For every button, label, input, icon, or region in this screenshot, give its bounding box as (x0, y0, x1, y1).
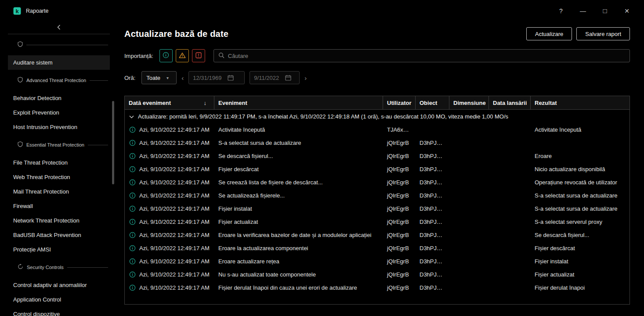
column-header[interactable]: Eveniment (214, 96, 383, 109)
critical-square-icon (195, 52, 202, 60)
column-header-label: Rezultat (535, 100, 557, 106)
cell-date: Azi, 9/10/2022 12:49:17 AM (139, 284, 210, 291)
date-from-value: 12/31/1969 (193, 75, 221, 81)
cell-event: Fișier instalat (214, 205, 383, 212)
column-header-label: Dimensiune (453, 100, 486, 106)
info-circle-icon (129, 258, 136, 265)
severity-warning-toggle[interactable] (176, 49, 189, 62)
cell-object: D3hPJQ4H (416, 153, 449, 159)
table-row[interactable]: Azi, 9/10/2022 12:49:17 AM S-a selectat … (125, 136, 630, 149)
cell-user: jQIrEgrB (383, 258, 416, 265)
column-header[interactable]: Dimensiune (449, 96, 489, 109)
maximize-button[interactable]: □ (601, 7, 609, 15)
cell-date: Azi, 9/10/2022 12:49:17 AM (139, 219, 210, 225)
sidebar-item[interactable]: BadUSB Attack Prevention (8, 228, 110, 242)
sidebar-scrollbar[interactable] (112, 22, 114, 316)
scrollbar-thumb[interactable] (112, 101, 114, 184)
prev-period-button[interactable]: ‹ (177, 74, 188, 82)
cell-date: Azi, 9/10/2022 12:49:17 AM (139, 126, 210, 133)
sidebar-item[interactable]: File Threat Protection (8, 155, 110, 170)
cell-date: Azi, 9/10/2022 12:49:17 AM (139, 205, 210, 212)
cell-date: Azi, 9/10/2022 12:49:17 AM (139, 245, 210, 251)
table-row[interactable]: Azi, 9/10/2022 12:49:17 AM Fișier actual… (125, 215, 630, 228)
column-header[interactable]: Obiect (416, 96, 449, 109)
cell-user: jQIrEgrB (383, 205, 416, 212)
sidebar-section: Security Controls (8, 257, 110, 278)
search-input[interactable] (228, 53, 625, 59)
cell-user: jQIrEgrB (383, 232, 416, 238)
sidebar-item[interactable]: Host Intrusion Prevention (8, 120, 110, 134)
info-circle-icon (129, 179, 136, 186)
help-button[interactable]: ? (557, 7, 565, 15)
info-circle-icon (129, 126, 136, 133)
table-body: Azi, 9/10/2022 12:49:17 AM Activitate în… (125, 123, 630, 294)
date-to-field[interactable]: 9/11/2022 (250, 71, 300, 84)
time-label: Oră: (124, 75, 135, 81)
table-row[interactable]: Azi, 9/10/2022 12:49:17 AM Se actualizea… (125, 189, 630, 202)
app-window: k Rapoarte ? — □ ✕ Auditare sistem (0, 0, 644, 316)
sidebar-item[interactable]: Application Control (8, 292, 110, 307)
app-body: Auditare sistem Advanced Threat Protecti… (0, 22, 644, 316)
header-actions: Actualizare Salvare raport (526, 27, 630, 40)
window-controls: ? — □ ✕ (557, 7, 631, 15)
info-circle-icon (129, 153, 136, 159)
table-row[interactable]: Azi, 9/10/2022 12:49:17 AM Nu s-au actua… (125, 268, 630, 281)
cell-result: Nicio actualizare disponibilă (531, 166, 630, 172)
severity-critical-toggle[interactable] (192, 49, 205, 62)
sidebar-item[interactable]: Behavior Detection (8, 91, 110, 105)
column-header[interactable]: Rezultat (531, 96, 630, 109)
table-row[interactable]: Azi, 9/10/2022 12:49:17 AM Fișier derula… (125, 281, 630, 294)
column-header[interactable]: Utilizator (383, 96, 416, 109)
table-row[interactable]: Azi, 9/10/2022 12:49:17 AM Activitate în… (125, 123, 630, 136)
cell-object: D3hPJQ4H (416, 232, 449, 238)
cell-event: Fișier actualizat (214, 219, 383, 225)
sidebar-item[interactable]: Exploit Prevention (8, 105, 110, 120)
severity-info-toggle[interactable] (159, 49, 173, 62)
sidebar-item[interactable]: Protecție AMSI (8, 242, 110, 257)
search-box (213, 49, 630, 62)
info-circle-icon (129, 284, 136, 291)
group-row-label: Actualizare: pornită Ieri, 9/9/2022 11:4… (138, 113, 508, 120)
table-row[interactable]: Azi, 9/10/2022 12:49:17 AM Fișier instal… (125, 202, 630, 215)
sidebar-item[interactable]: Control adaptiv al anomaliilor (8, 278, 110, 292)
section-divider (67, 267, 108, 268)
sidebar-item[interactable]: Control dispozitive (8, 307, 110, 316)
group-row[interactable]: Actualizare: pornită Ieri, 9/9/2022 11:4… (125, 110, 630, 123)
cell-event: Se actualizează fișierele... (214, 192, 383, 199)
table-row[interactable]: Azi, 9/10/2022 12:49:17 AM Eroare la act… (125, 241, 630, 255)
cell-user: jQIrEgrB (383, 271, 416, 278)
sidebar-collapse-button[interactable] (8, 22, 110, 34)
column-header[interactable]: Data lansării (489, 96, 531, 109)
close-button[interactable]: ✕ (623, 7, 631, 15)
table-header: Dată eveniment↓EvenimentUtilizatorObiect… (125, 96, 630, 110)
sidebar-section-label: Security Controls (27, 265, 64, 270)
table-row[interactable]: Azi, 9/10/2022 12:49:17 AM Eroare actual… (125, 255, 630, 268)
time-range-select[interactable]: Toate ▾ (141, 71, 177, 84)
titlebar: k Rapoarte ? — □ ✕ (0, 0, 644, 22)
save-report-button[interactable]: Salvare raport (576, 27, 630, 40)
sidebar-item[interactable]: Mail Threat Protection (8, 184, 110, 199)
cell-date: Azi, 9/10/2022 12:49:17 AM (139, 192, 210, 199)
table-row[interactable]: Azi, 9/10/2022 12:49:17 AM Eroare la ver… (125, 228, 630, 241)
info-circle-icon (129, 192, 136, 199)
cell-user: jQIrEgrB (383, 192, 416, 199)
sidebar-item[interactable]: Web Threat Protection (8, 170, 110, 184)
sidebar-item[interactable]: Network Threat Protection (8, 213, 110, 228)
next-period-button[interactable]: › (300, 74, 311, 82)
column-header[interactable]: Dată eveniment↓ (125, 96, 214, 109)
update-button[interactable]: Actualizare (526, 27, 572, 40)
sidebar-item[interactable]: Auditare sistem (8, 55, 110, 70)
table-row[interactable]: Azi, 9/10/2022 12:49:17 AM Se descarcă f… (125, 149, 630, 162)
cell-object: D3hPJQ4H (416, 284, 449, 291)
chevron-down-icon: ▾ (166, 75, 169, 80)
column-header-label: Dată eveniment (129, 100, 171, 106)
kaspersky-logo-icon: k (13, 7, 21, 15)
shield-icon (18, 77, 23, 84)
sidebar-item[interactable]: Firewall (8, 199, 110, 213)
info-circle-icon (163, 52, 169, 60)
table-row[interactable]: Azi, 9/10/2022 12:49:17 AM Fișier descăr… (125, 162, 630, 176)
minimize-button[interactable]: — (579, 7, 587, 15)
table-row[interactable]: Azi, 9/10/2022 12:49:17 AM Se creează li… (125, 176, 630, 189)
page-title: Actualizare bază de date (124, 29, 228, 39)
date-from-field[interactable]: 12/31/1969 (188, 71, 245, 84)
